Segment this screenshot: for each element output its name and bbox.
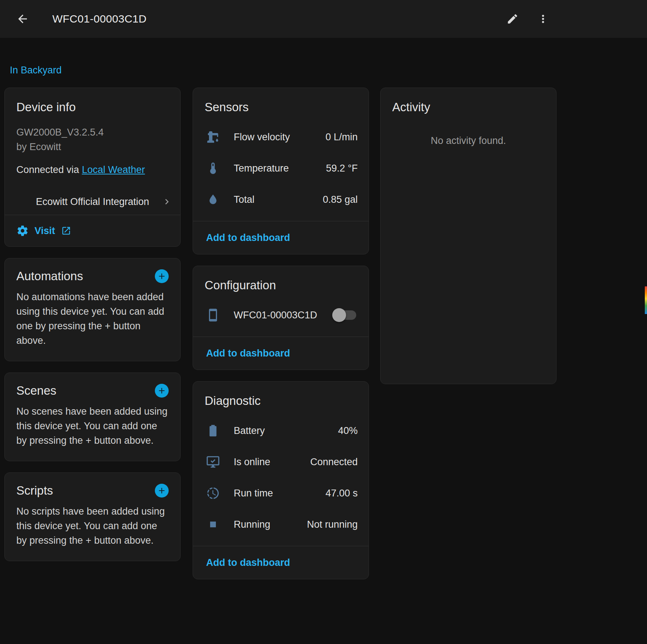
sensor-label: Temperature: [234, 163, 326, 174]
dots-vertical-icon: [537, 13, 549, 25]
automations-title: Automations: [16, 269, 83, 283]
edit-button[interactable]: [504, 10, 521, 28]
configuration-row-switch[interactable]: WFC01-00003C1D: [193, 299, 369, 331]
scenes-title: Scenes: [16, 384, 56, 398]
back-button[interactable]: [14, 10, 31, 28]
sensors-card: Sensors Flow velocity 0 L/min Temperatur…: [193, 88, 369, 254]
connection-link[interactable]: Local Weather: [82, 164, 145, 175]
plus-icon: [157, 271, 166, 281]
scripts-empty-text: No scripts have been added using this de…: [16, 504, 169, 548]
integration-link-label: Ecowitt Official Integration: [36, 196, 149, 208]
sensor-label: Total: [234, 194, 323, 205]
sensors-add-to-dashboard-link[interactable]: Add to dashboard: [193, 221, 369, 254]
configuration-add-to-dashboard-link[interactable]: Add to dashboard: [193, 337, 369, 370]
sensor-value: 59.2 °F: [326, 163, 358, 174]
automations-card: Automations No automations have been add…: [4, 258, 181, 361]
diagnostic-value: Not running: [307, 519, 358, 530]
sensors-title: Sensors: [193, 100, 369, 114]
scripts-card: Scripts No scripts have been added using…: [4, 472, 181, 561]
open-in-new-icon: [61, 226, 71, 236]
app-bar-actions: [504, 10, 552, 28]
scripts-title: Scripts: [16, 484, 53, 498]
battery-icon: [206, 424, 220, 438]
integration-link-row[interactable]: Ecowitt Official Integration: [5, 189, 180, 215]
visit-label: Visit: [35, 225, 55, 237]
configuration-toggle[interactable]: [334, 310, 356, 320]
sensor-value: 0 L/min: [325, 132, 358, 143]
diagnostic-add-to-dashboard-link[interactable]: Add to dashboard: [193, 546, 369, 579]
scenes-card: Scenes No scenes have been added using t…: [4, 373, 181, 461]
diagnostic-value: Connected: [310, 456, 358, 468]
add-automation-button[interactable]: [155, 269, 169, 283]
activity-empty-text: No activity found.: [392, 135, 544, 146]
page-title: WFC01-00003C1D: [52, 13, 146, 25]
plus-icon: [157, 386, 166, 395]
device-info-title: Device info: [16, 100, 169, 114]
right-column: Activity No activity found.: [380, 88, 556, 384]
diagnostic-label: Is online: [234, 456, 310, 468]
sensor-row-total[interactable]: Total 0.85 gal: [193, 184, 369, 215]
connection-line: Connected via Local Weather: [16, 164, 169, 176]
device-manufacturer: by Ecowitt: [16, 140, 169, 154]
diagnostic-row-running[interactable]: Running Not running: [193, 509, 369, 540]
water-drop-icon: [206, 193, 220, 206]
diagnostic-row-run-time[interactable]: Run time 47.00 s: [193, 478, 369, 509]
add-scene-button[interactable]: [155, 384, 169, 398]
toggle-knob: [332, 308, 346, 322]
arrow-left-icon: [16, 12, 29, 25]
add-script-button[interactable]: [155, 484, 169, 498]
overflow-menu-button[interactable]: [534, 10, 552, 28]
diagnostic-row-is-online[interactable]: Is online Connected: [193, 446, 369, 478]
sensor-row-flow-velocity[interactable]: Flow velocity 0 L/min: [193, 121, 369, 153]
diagnostic-value: 40%: [338, 425, 358, 436]
sensor-label: Flow velocity: [234, 132, 325, 143]
configuration-title: Configuration: [193, 278, 369, 292]
device-model: GW2000B_V3.2.5.4: [16, 125, 169, 140]
water-pump-icon: [206, 130, 220, 144]
diagnostic-label: Run time: [234, 488, 325, 499]
connection-prefix: Connected via: [16, 164, 82, 175]
diagnostic-title: Diagnostic: [193, 394, 369, 408]
thermometer-icon: [206, 161, 220, 175]
stop-square-icon: [206, 518, 220, 531]
diagnostic-card: Diagnostic Battery 40% Is online Connect…: [193, 381, 369, 579]
configuration-card: Configuration WFC01-00003C1D Add to dash…: [193, 266, 369, 370]
scenes-empty-text: No scenes have been added using this dev…: [16, 404, 169, 448]
left-column: Device info GW2000B_V3.2.5.4 by Ecowitt …: [4, 88, 181, 561]
chevron-right-icon: [161, 196, 172, 207]
diagnostic-value: 47.00 s: [325, 488, 358, 499]
diagnostic-label: Battery: [234, 425, 338, 436]
configuration-label: WFC01-00003C1D: [234, 310, 334, 321]
app-bar: WFC01-00003C1D: [0, 0, 647, 38]
pencil-icon: [506, 13, 519, 25]
automations-empty-text: No automations have been added using thi…: [16, 290, 169, 348]
sensor-row-temperature[interactable]: Temperature 59.2 °F: [193, 153, 369, 184]
visit-device-link[interactable]: Visit: [16, 215, 169, 246]
activity-card: Activity No activity found.: [380, 88, 556, 384]
sensor-value: 0.85 gal: [323, 194, 358, 205]
device-info-card: Device info GW2000B_V3.2.5.4 by Ecowitt …: [4, 88, 181, 247]
area-link[interactable]: In Backyard: [10, 65, 62, 76]
activity-title: Activity: [392, 100, 544, 114]
progress-clock-icon: [206, 486, 220, 500]
monitor-check-icon: [206, 455, 220, 469]
screen-edge-color-sliver: [645, 286, 647, 314]
middle-column: Sensors Flow velocity 0 L/min Temperatur…: [193, 88, 369, 579]
plus-icon: [157, 486, 166, 495]
diagnostic-row-battery[interactable]: Battery 40%: [193, 415, 369, 446]
cellphone-icon: [206, 308, 220, 322]
gear-icon: [16, 225, 29, 237]
diagnostic-label: Running: [234, 519, 307, 530]
